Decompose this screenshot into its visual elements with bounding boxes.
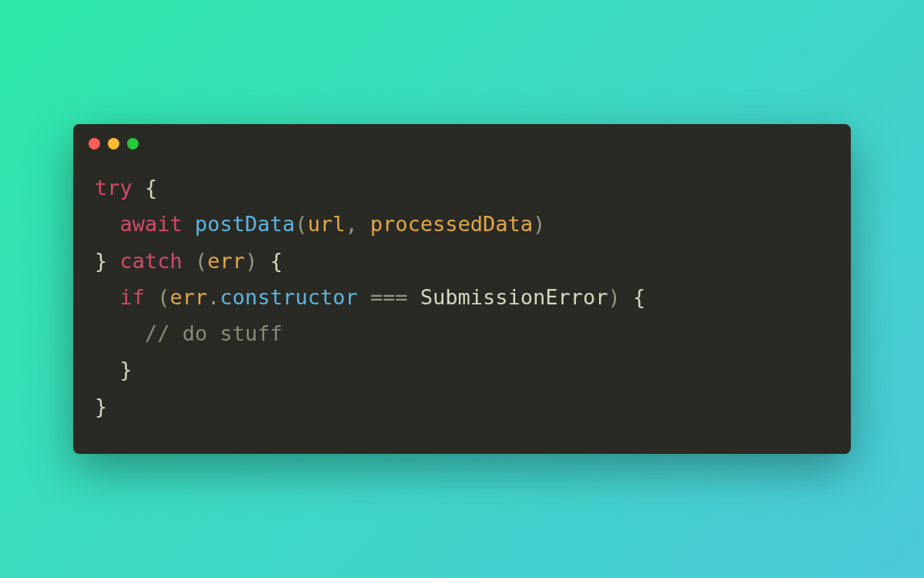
code-token bbox=[95, 358, 120, 381]
code-token: } bbox=[95, 395, 107, 418]
close-icon[interactable] bbox=[89, 138, 100, 150]
code-token: { bbox=[621, 285, 646, 309]
code-token: ) bbox=[533, 212, 545, 236]
code-line: // do stuff bbox=[95, 315, 829, 351]
code-token bbox=[95, 321, 145, 345]
code-token: constructor bbox=[220, 285, 358, 309]
code-token bbox=[182, 212, 195, 236]
code-token: { bbox=[257, 249, 283, 273]
code-token bbox=[182, 249, 195, 273]
code-token bbox=[95, 285, 120, 309]
code-token: { bbox=[132, 176, 158, 200]
code-token: err bbox=[207, 249, 245, 273]
code-token: await bbox=[120, 212, 182, 236]
code-token: , bbox=[345, 212, 370, 236]
code-content: try { await postData(url, processedData)… bbox=[73, 156, 851, 432]
window-title-bar bbox=[73, 124, 851, 156]
code-line: } catch (err) { bbox=[95, 243, 829, 279]
code-token: catch bbox=[120, 249, 182, 273]
code-token: } bbox=[95, 249, 107, 273]
code-token: // do stuff bbox=[145, 321, 283, 345]
code-token: err bbox=[170, 285, 208, 309]
code-token bbox=[145, 285, 157, 309]
code-token: if bbox=[120, 285, 146, 309]
code-line: } bbox=[95, 388, 829, 425]
code-line: } bbox=[95, 351, 829, 388]
code-token: . bbox=[207, 285, 219, 309]
code-line: try { bbox=[95, 170, 829, 206]
code-token bbox=[95, 212, 120, 236]
code-line: await postData(url, processedData) bbox=[95, 206, 829, 242]
code-token: ) bbox=[608, 285, 621, 309]
code-token: ( bbox=[157, 285, 169, 309]
code-token bbox=[407, 285, 420, 309]
code-editor-window: try { await postData(url, processedData)… bbox=[73, 124, 851, 454]
code-token: ) bbox=[245, 249, 257, 273]
code-token: === bbox=[370, 285, 408, 309]
code-token: url bbox=[307, 212, 345, 236]
code-token: processedData bbox=[370, 212, 533, 236]
code-token: try bbox=[95, 176, 132, 200]
code-token: ( bbox=[295, 212, 307, 236]
code-token: } bbox=[120, 358, 132, 381]
maximize-icon[interactable] bbox=[127, 138, 139, 150]
minimize-icon[interactable] bbox=[108, 138, 119, 150]
code-token bbox=[357, 285, 370, 309]
code-line: if (err.constructor === SubmissionError)… bbox=[95, 279, 829, 315]
code-token: SubmissionError bbox=[420, 285, 608, 309]
code-token: postData bbox=[195, 212, 295, 236]
code-token: ( bbox=[195, 249, 207, 273]
code-token bbox=[107, 249, 119, 273]
